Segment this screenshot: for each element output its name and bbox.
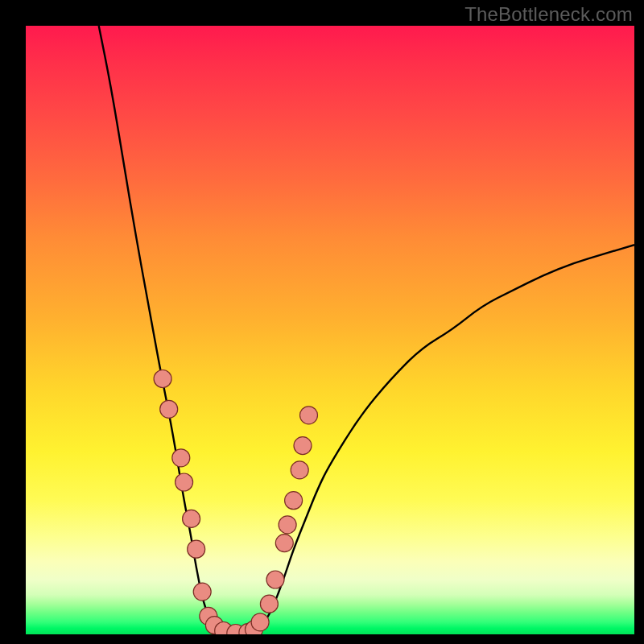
data-point xyxy=(188,540,205,558)
data-point xyxy=(172,449,190,467)
data-point xyxy=(300,407,318,424)
data-point xyxy=(279,516,296,534)
data-point xyxy=(160,400,178,418)
data-point xyxy=(285,492,303,510)
plot-area xyxy=(26,26,634,634)
data-point xyxy=(294,437,312,455)
chart-frame: TheBottleneck.com xyxy=(0,0,644,644)
data-point xyxy=(175,473,193,491)
data-point xyxy=(154,370,171,388)
data-points xyxy=(154,370,317,635)
bottleneck-curve xyxy=(99,26,634,634)
data-point xyxy=(291,461,308,479)
curve-svg xyxy=(26,26,634,634)
data-point xyxy=(183,510,200,527)
watermark-text: TheBottleneck.com xyxy=(464,3,633,26)
data-point xyxy=(193,583,211,601)
data-point xyxy=(275,535,293,552)
data-point xyxy=(260,595,278,613)
data-point xyxy=(266,571,284,588)
data-point xyxy=(251,613,269,631)
